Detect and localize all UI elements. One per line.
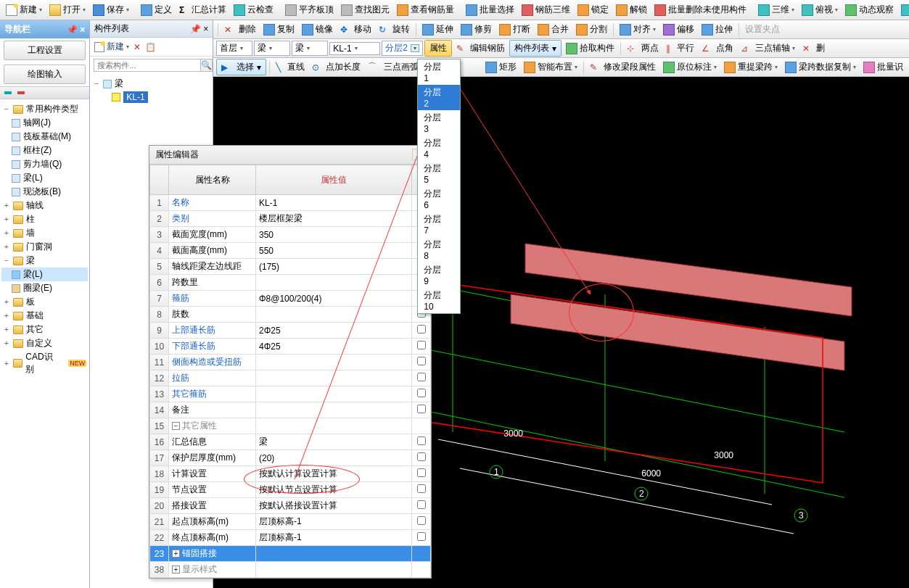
prop-row[interactable]: 16汇总信息梁 [150, 434, 431, 450]
smart-button[interactable]: 智能布置▾ [521, 59, 580, 75]
attach-checkbox[interactable] [417, 389, 426, 397]
prop-row[interactable]: 6跨数里 [150, 275, 431, 291]
batch-del-button[interactable]: 批量删除未使用构件 [651, 2, 749, 17]
attach-checkbox[interactable] [417, 357, 426, 365]
layer-option[interactable]: 分层9 [418, 262, 460, 288]
view-3d-button[interactable]: 三维▾ [755, 2, 797, 17]
offset-button[interactable]: 偏移 [660, 22, 697, 37]
tree-root[interactable]: −常用构件类型 [1, 102, 88, 116]
layer-combo[interactable]: 分层2▾ [382, 41, 423, 56]
type-combo[interactable]: 梁▾ [292, 41, 328, 56]
prop-row[interactable]: 12拉筋 [150, 370, 431, 386]
tree-beam[interactable]: −梁 [1, 254, 88, 268]
tree-item[interactable]: 现浇板(B) [1, 185, 88, 199]
tree-item[interactable]: 筏板基础(M) [1, 130, 88, 144]
orig-label-button[interactable]: 原位标注▾ [660, 59, 720, 75]
tree-grid[interactable]: +轴线 [1, 199, 88, 212]
tree-found[interactable]: +基础 [1, 309, 88, 323]
prop-row[interactable]: 7箍筋Φ8@100/200(4) [150, 291, 431, 307]
floor-combo[interactable]: 首层▾ [216, 41, 252, 56]
rotate-button[interactable]: ↻ 旋转 [376, 22, 413, 37]
attach-checkbox[interactable] [417, 405, 426, 413]
two-pt-button[interactable]: ⊹ 两点 [624, 41, 661, 56]
attach-checkbox[interactable] [417, 325, 426, 334]
prop-row[interactable]: 4截面高度(mm)550 [150, 243, 431, 259]
layer-option[interactable]: 分层7 [418, 212, 460, 237]
merge-button[interactable]: 合并 [535, 22, 572, 37]
tree-col[interactable]: +柱 [1, 212, 88, 226]
edit-rebar-button[interactable]: ✎ 编辑钢筋 [453, 41, 508, 56]
align-button[interactable]: 对齐▾ [617, 22, 659, 37]
three-aux-button[interactable]: ⊿ 三点辅轴▾ [738, 41, 797, 56]
draw-input-button[interactable]: 绘图输入 [4, 65, 86, 84]
tree-door[interactable]: +门窗洞 [1, 240, 88, 254]
prop-row[interactable]: 11侧面构造或受扭筋 [150, 355, 431, 370]
nav-pin-icon[interactable]: 📌 × [67, 25, 85, 35]
pick-button[interactable]: 拾取构件 [563, 41, 617, 56]
tree-item[interactable]: 剪力墙(Q) [1, 157, 88, 171]
relabel-span-button[interactable]: 重提梁跨▾ [721, 59, 781, 75]
tree-beam-l[interactable]: 梁(L) [1, 268, 88, 281]
stretch-button[interactable]: 拉伸 [699, 22, 736, 37]
prop-row[interactable]: 1名称KL-1 [150, 195, 431, 211]
set-grip-button[interactable]: 设置夹点 [742, 22, 783, 37]
define-button[interactable]: 定义 [138, 2, 175, 17]
sum-calc-button[interactable]: Σ 汇总计算 [176, 2, 229, 17]
prop-row[interactable]: 18计算设置按默认计算设置计算 [150, 466, 431, 482]
split-button[interactable]: 分割 [573, 22, 610, 37]
prop-row[interactable]: 17保护层厚度(mm)(20) [150, 450, 431, 466]
search-icon[interactable]: 🔍 [201, 59, 213, 72]
rect-button[interactable]: 矩形 [482, 59, 519, 75]
batch-rec-button[interactable]: 批量识 [860, 59, 906, 75]
trim-button[interactable]: 修剪 [458, 22, 495, 37]
attach-checkbox[interactable] [417, 532, 426, 541]
copy-button[interactable]: 复制 [260, 22, 297, 37]
layer-option[interactable]: 分层1 [418, 59, 460, 85]
prop-row[interactable]: 9上部通长筋2Φ25 [150, 323, 431, 339]
comp-root[interactable]: −梁 [93, 77, 210, 91]
prop-row[interactable]: 2类别楼层框架梁 [150, 211, 431, 227]
batch-select-button[interactable]: 批量选择 [463, 2, 517, 17]
rebar-3d-button[interactable]: 钢筋三维 [519, 2, 573, 17]
extend-button[interactable]: 延伸 [419, 22, 456, 37]
copy-span-button[interactable]: 梁跨数据复制▾ [782, 59, 859, 75]
layer-option[interactable]: 分层10 [418, 288, 460, 313]
comp-pin-icon[interactable]: 📌 × [190, 24, 208, 34]
tree-ring-beam[interactable]: 圈梁(E) [1, 281, 88, 295]
local-3d-button[interactable]: 局部三维 [898, 2, 909, 17]
prop-row[interactable]: 20搭接设置按默认搭接设置计算 [150, 498, 431, 514]
layer-option[interactable]: 分层4 [418, 136, 460, 161]
comp-search-input[interactable] [94, 59, 201, 72]
comp-new-button[interactable]: 新建▾ [94, 41, 129, 53]
layer-option[interactable]: 分层3 [418, 110, 460, 136]
new-button[interactable]: 新建▾ [3, 2, 45, 17]
tree-wall[interactable]: +墙 [1, 226, 88, 240]
edit-seg-button[interactable]: ✎ 修改梁段属性 [587, 59, 659, 75]
parallel-button[interactable]: ∥ 平行 [663, 41, 697, 56]
cloud-check-button[interactable]: 云检查 [231, 2, 276, 17]
prop-row[interactable]: 38+显示样式 [150, 562, 431, 578]
prop-row[interactable]: 19节点设置按默认节点设置计算 [150, 482, 431, 498]
layer-dropdown[interactable]: 分层1分层2分层3分层4分层5分层6分层7分层8分层9分层10 [417, 59, 461, 314]
attach-checkbox[interactable] [417, 516, 426, 525]
break-button[interactable]: 打断 [496, 22, 533, 37]
prop-row[interactable]: 10下部通长筋4Φ25 [150, 339, 431, 355]
prop-title-bar[interactable]: 属性编辑器 [149, 146, 431, 165]
ortho-button[interactable]: 俯视▾ [799, 2, 841, 17]
three-arc-button[interactable]: ⌒ 三点画弧 [365, 59, 421, 75]
layer-option[interactable]: 分层8 [418, 237, 460, 262]
del-aux-button[interactable]: ✕ 删 [799, 41, 828, 56]
tree-custom[interactable]: +自定义 [1, 336, 88, 350]
attach-checkbox[interactable] [417, 500, 426, 509]
dyn-view-button[interactable]: 动态观察 [842, 2, 897, 17]
attach-checkbox[interactable] [417, 468, 426, 477]
eng-settings-button[interactable]: 工程设置 [4, 41, 86, 60]
attach-checkbox[interactable] [417, 436, 426, 445]
prop-row[interactable]: 3截面宽度(mm)350 [150, 227, 431, 243]
name-combo[interactable]: KL-1▾ [329, 42, 380, 55]
tree-item[interactable]: 框柱(Z) [1, 144, 88, 157]
attach-checkbox[interactable] [417, 373, 426, 381]
layer-option[interactable]: 分层5 [418, 161, 460, 186]
pt-len-button[interactable]: ⊙ 点加长度 [309, 59, 363, 75]
comp-list-button[interactable]: 构件列表▾ [509, 40, 562, 57]
